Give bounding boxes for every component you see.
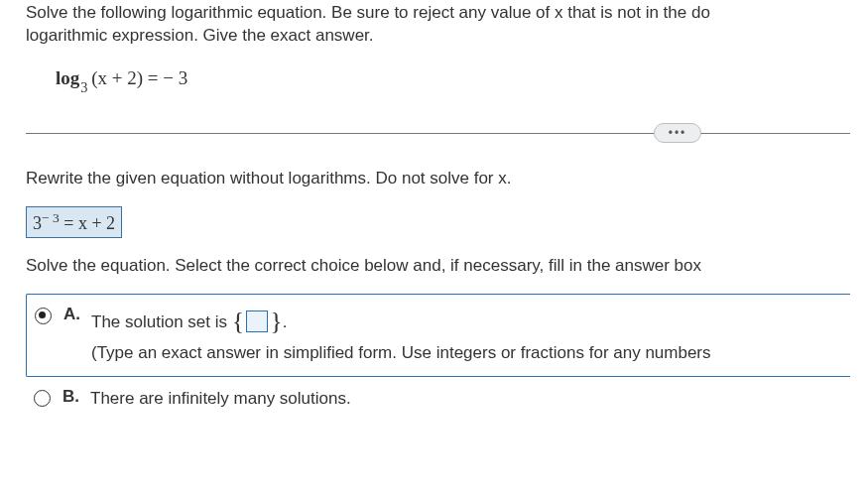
- log-base: 3: [80, 79, 87, 95]
- choice-a-hint: (Type an exact answer in simplified form…: [91, 343, 711, 362]
- question-line-1: Solve the following logarithmic equation…: [26, 3, 710, 22]
- radio-a[interactable]: [35, 308, 52, 324]
- section-divider: [26, 133, 850, 134]
- choice-a-letter: A.: [63, 305, 83, 324]
- choice-b[interactable]: B. There are infinitely many solutions.: [26, 377, 850, 422]
- rw-base: 3: [33, 213, 42, 233]
- choice-a-text-after: .: [283, 312, 288, 331]
- equals-sign: =: [143, 67, 163, 88]
- given-equation: log3 (x + 2) = − 3: [56, 67, 850, 93]
- right-brace-icon: }: [270, 307, 282, 335]
- choice-a-text-before: The solution set is: [91, 312, 232, 331]
- choice-b-text: There are infinitely many solutions.: [90, 389, 351, 408]
- choice-a[interactable]: A. The solution set is {}. (Type an exac…: [26, 294, 850, 377]
- rw-rhs: x + 2: [78, 213, 115, 233]
- rewritten-equation-box: 3− 3 = x + 2: [26, 206, 122, 238]
- solve-instruction: Solve the equation. Select the correct c…: [26, 256, 850, 276]
- rewrite-instruction: Rewrite the given equation without logar…: [26, 169, 850, 188]
- log-word: log: [56, 67, 79, 88]
- answer-input[interactable]: [246, 311, 268, 332]
- rhs-value: − 3: [163, 67, 187, 88]
- question-prompt: Solve the following logarithmic equation…: [26, 2, 850, 48]
- question-line-2: logarithmic expression. Give the exact a…: [26, 26, 374, 45]
- rw-exponent: − 3: [42, 210, 60, 225]
- more-button[interactable]: •••: [654, 123, 701, 143]
- choice-b-letter: B.: [62, 387, 82, 407]
- rw-equals: =: [60, 213, 78, 233]
- left-brace-icon: {: [232, 307, 244, 335]
- ellipsis-icon: •••: [669, 126, 687, 140]
- radio-b[interactable]: [34, 390, 51, 407]
- log-argument: (x + 2): [91, 67, 143, 88]
